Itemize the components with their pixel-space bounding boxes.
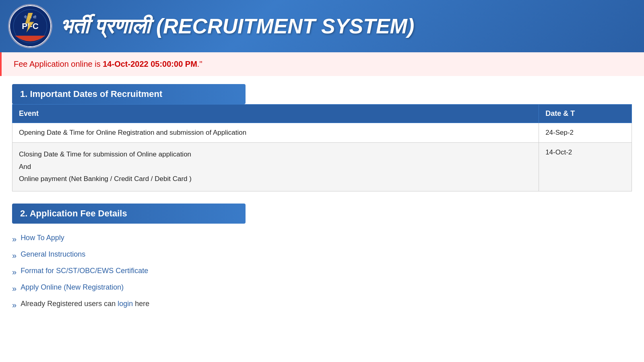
arrow-icon-5: » <box>12 300 17 310</box>
link-item-sc-st: » Format for SC/ST/OBC/EWS Certificate <box>12 267 632 277</box>
event-line-1: Closing Date & Time for submission of On… <box>19 150 191 158</box>
how-to-apply-link[interactable]: How To Apply <box>21 234 64 242</box>
table-header-row: Event Date & T <box>12 105 632 123</box>
arrow-icon-2: » <box>12 251 17 260</box>
arrow-icon-4: » <box>12 284 17 293</box>
dates-table: Event Date & T Opening Date & Time for O… <box>12 104 632 191</box>
section2-wrapper: 2. Application Fee Details <box>12 204 632 224</box>
link-item-apply-online: » Apply Online (New Registration) <box>12 283 632 293</box>
event-cell-2: Closing Date & Time for submission of On… <box>12 143 539 191</box>
login-link[interactable]: login <box>118 300 133 308</box>
link-item-how-to-apply: » How To Apply <box>12 234 632 244</box>
event-line-3: Online payment (Net Banking / Credit Car… <box>19 175 192 183</box>
col-date: Date & T <box>539 105 632 123</box>
sc-st-certificate-link[interactable]: Format for SC/ST/OBC/EWS Certificate <box>21 267 148 275</box>
main-content: 1. Important Dates of Recruitment Event … <box>0 76 644 324</box>
date-cell-1: 24-Sep-2 <box>539 123 632 143</box>
apply-online-link[interactable]: Apply Online (New Registration) <box>21 283 124 292</box>
notice-bar: Fee Application online is 14-Oct-2022 05… <box>0 52 644 76</box>
section2-header: 2. Application Fee Details <box>12 204 246 224</box>
col-event: Event <box>12 105 539 123</box>
links-section: » How To Apply » General Instructions » … <box>12 234 632 310</box>
general-instructions-link[interactable]: General Instructions <box>21 250 85 259</box>
logo-container: पी एफ सी PFC <box>8 4 52 48</box>
notice-highlight: 14-Oct-2022 05:00:00 PM <box>103 60 197 68</box>
login-text-before: Already Registered users can <box>21 300 118 308</box>
event-line-2: And <box>19 163 31 171</box>
table-row: Closing Date & Time for submission of On… <box>12 143 632 191</box>
notice-after: ." <box>197 60 202 68</box>
header-title: भर्ती प्रणाली (RECRUITMENT SYSTEM) <box>60 14 414 39</box>
notice-text: Fee Application online is 14-Oct-2022 05… <box>14 60 202 68</box>
date-cell-2: 14-Oct-2 <box>539 143 632 191</box>
event-cell-1: Opening Date & Time for Online Registrat… <box>12 123 539 143</box>
notice-before: Fee Application online is <box>14 60 103 68</box>
event-multiline: Closing Date & Time for submission of On… <box>19 148 532 185</box>
page-header: पी एफ सी PFC भर्ती प्रणाली (RECRUITMENT … <box>0 0 644 52</box>
section1-wrapper: 1. Important Dates of Recruitment Event … <box>12 84 632 191</box>
link-item-general-instructions: » General Instructions <box>12 250 632 260</box>
arrow-icon-3: » <box>12 267 17 277</box>
table-row: Opening Date & Time for Online Registrat… <box>12 123 632 143</box>
already-registered-text: Already Registered users can login here <box>21 300 149 308</box>
section1-header: 1. Important Dates of Recruitment <box>12 84 246 104</box>
link-item-login: » Already Registered users can login her… <box>12 300 632 310</box>
arrow-icon-1: » <box>12 234 17 244</box>
login-text-after: here <box>133 300 149 308</box>
pfc-logo: पी एफ सी PFC <box>8 4 52 48</box>
